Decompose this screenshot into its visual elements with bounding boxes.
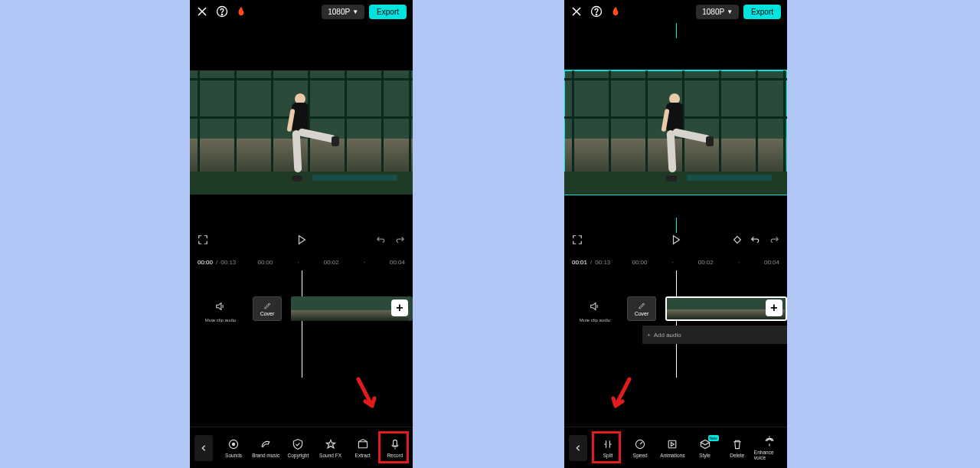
- sounds-button[interactable]: Sounds: [218, 438, 249, 458]
- split-button[interactable]: Split: [593, 438, 623, 458]
- red-arrow: [610, 375, 633, 414]
- flame-icon[interactable]: [236, 6, 247, 17]
- svg-rect-4: [358, 441, 367, 447]
- play-icon[interactable]: [671, 234, 681, 248]
- timecode-row: 00:01 / 00:13 00:00 · 00:02 · 00:04: [564, 259, 787, 266]
- fullscreen-icon[interactable]: [198, 234, 208, 248]
- preview-controls: [190, 230, 413, 253]
- export-button[interactable]: Export: [369, 5, 407, 19]
- selection-cursor-bottom: [676, 218, 677, 233]
- fullscreen-icon[interactable]: [572, 234, 583, 248]
- timeline[interactable]: Mute clip audio Cover +: [190, 280, 413, 364]
- timecode-row: 00:00 / 00:13 00:00 · 00:02 · 00:04: [190, 259, 413, 266]
- mute-icon[interactable]: [215, 301, 226, 315]
- enhance-voice-button[interactable]: Enhance voice: [754, 435, 785, 460]
- resolution-button[interactable]: 1080P ▼: [322, 5, 364, 19]
- close-icon[interactable]: [570, 5, 583, 18]
- mute-icon[interactable]: [590, 301, 600, 315]
- redo-icon[interactable]: [394, 234, 405, 248]
- extract-button[interactable]: Extract: [348, 438, 378, 458]
- keyframe-icon[interactable]: [732, 234, 743, 248]
- copyright-button[interactable]: Copyright: [283, 438, 313, 458]
- editor-screen-right: 1080P ▼ Export: [564, 0, 787, 468]
- resolution-button[interactable]: 1080P ▼: [696, 5, 739, 19]
- animations-button[interactable]: Animations: [657, 438, 688, 458]
- help-icon[interactable]: [590, 5, 603, 18]
- playhead[interactable]: [676, 270, 677, 378]
- delete-button[interactable]: Delete: [722, 438, 753, 458]
- person-figure: [652, 93, 698, 182]
- close-icon[interactable]: [196, 5, 208, 18]
- current-time: 00:00: [198, 259, 213, 266]
- top-bar: 1080P ▼ Export: [564, 0, 787, 23]
- caret-down-icon: ▼: [727, 8, 733, 15]
- current-time: 00:01: [572, 259, 587, 266]
- red-arrow: [354, 375, 377, 414]
- redo-icon[interactable]: [769, 234, 779, 248]
- new-badge: New: [708, 435, 719, 441]
- total-time: 00:13: [595, 259, 610, 266]
- undo-icon[interactable]: [750, 234, 761, 248]
- editor-screen-left: 1080P ▼ Export: [190, 0, 413, 468]
- brand-music-button[interactable]: Brand music: [250, 438, 281, 458]
- add-clip-button[interactable]: +: [391, 299, 408, 316]
- undo-icon[interactable]: [376, 234, 387, 248]
- cover-button[interactable]: Cover: [253, 296, 282, 321]
- mute-label: Mute clip audio: [580, 318, 610, 322]
- back-button[interactable]: [194, 435, 213, 461]
- svg-point-7: [596, 14, 596, 15]
- flame-icon[interactable]: [610, 6, 621, 17]
- resolution-label: 1080P: [328, 8, 350, 16]
- style-button[interactable]: New Style: [690, 438, 720, 458]
- bottom-toolbar: Split Speed Animations New Style Delete: [564, 427, 787, 468]
- export-button[interactable]: Export: [743, 5, 781, 19]
- speed-button[interactable]: Speed: [625, 438, 655, 458]
- back-button[interactable]: [569, 435, 587, 461]
- person-figure: [278, 93, 324, 182]
- record-button[interactable]: Record: [380, 438, 410, 458]
- preview-controls: [564, 230, 787, 253]
- bottom-toolbar: Sounds Brand music Copyright Sound FX Ex…: [190, 427, 413, 468]
- resolution-label: 1080P: [702, 8, 724, 16]
- video-preview[interactable]: [190, 70, 413, 195]
- plus-icon: +: [647, 332, 651, 339]
- add-clip-button[interactable]: +: [766, 299, 782, 316]
- playhead[interactable]: [302, 270, 302, 378]
- sound-fx-button[interactable]: Sound FX: [315, 438, 346, 458]
- caret-down-icon: ▼: [352, 8, 358, 15]
- svg-rect-5: [393, 440, 397, 446]
- selection-cursor: [676, 23, 677, 38]
- mute-label: Mute clip audio: [205, 318, 236, 322]
- total-time: 00:13: [220, 259, 236, 266]
- play-icon[interactable]: [296, 234, 307, 248]
- video-preview[interactable]: [564, 70, 787, 195]
- add-audio-track[interactable]: + Add audio: [642, 326, 787, 344]
- help-icon[interactable]: [216, 5, 228, 18]
- svg-point-3: [232, 443, 234, 445]
- cover-button[interactable]: Cover: [627, 296, 656, 321]
- timeline[interactable]: Mute clip audio Cover 10.4s + + Add audi…: [564, 280, 787, 364]
- svg-point-1: [221, 14, 222, 15]
- top-bar: 1080P ▼ Export: [190, 0, 413, 23]
